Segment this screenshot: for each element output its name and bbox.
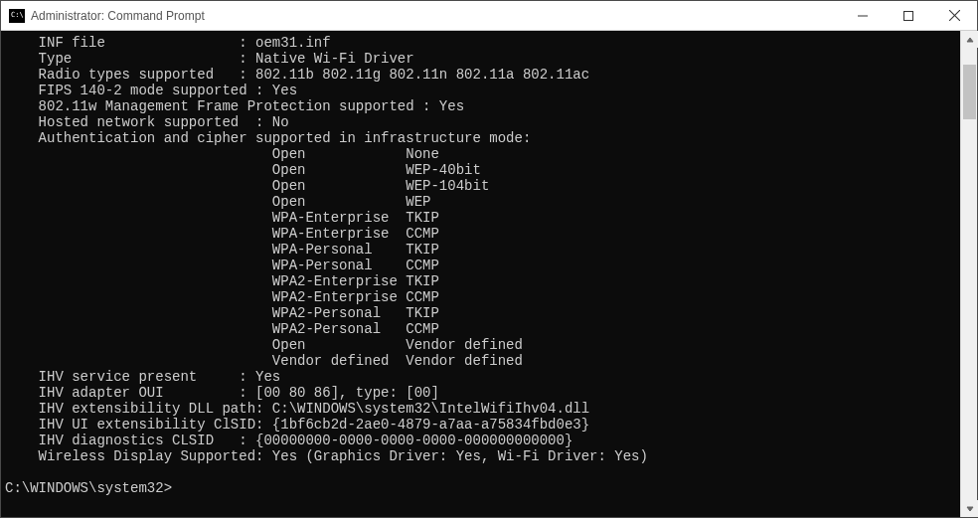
- scroll-thumb[interactable]: [963, 65, 976, 119]
- window-title: Administrator: Command Prompt: [31, 9, 205, 23]
- close-button[interactable]: [931, 1, 977, 31]
- minimize-button[interactable]: [840, 1, 886, 31]
- cmd-icon: [9, 9, 25, 23]
- terminal-output[interactable]: INF file : oem31.inf Type : Native Wi-Fi…: [1, 31, 960, 517]
- svg-marker-4: [967, 38, 973, 42]
- window-frame: Administrator: Command Prompt INF file :…: [0, 0, 978, 518]
- client-area: INF file : oem31.inf Type : Native Wi-Fi…: [1, 31, 977, 517]
- maximize-button[interactable]: [886, 1, 931, 31]
- vertical-scrollbar[interactable]: [960, 31, 977, 517]
- scroll-up-button[interactable]: [961, 31, 978, 48]
- titlebar[interactable]: Administrator: Command Prompt: [1, 1, 977, 31]
- scroll-down-button[interactable]: [961, 500, 978, 517]
- svg-marker-5: [967, 507, 973, 511]
- svg-rect-1: [904, 11, 913, 20]
